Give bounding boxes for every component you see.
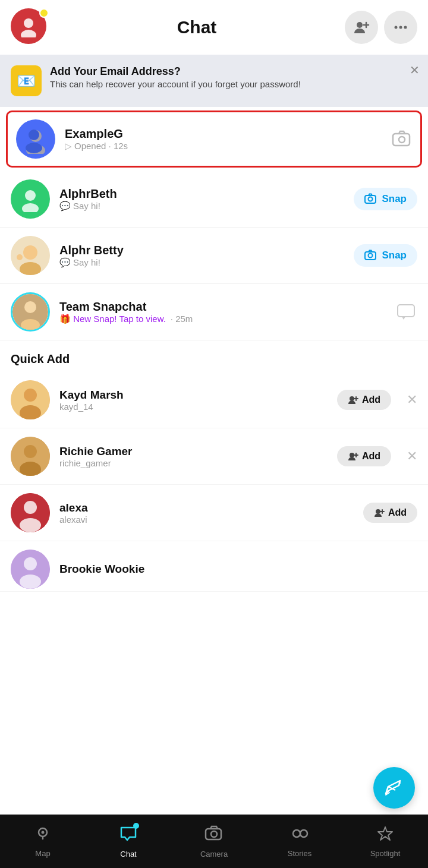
svg-point-47: [24, 557, 37, 570]
teamsnapchat-chat-icon: [396, 301, 417, 323]
exampleg-status: ▷ Opened · 12s: [65, 141, 382, 151]
alphrbeth-snap[interactable]: Snap: [354, 188, 417, 210]
add-friend-small-icon-3: [374, 507, 385, 518]
svg-point-1: [21, 30, 36, 37]
richie-avatar: [11, 437, 50, 476]
svg-rect-51: [206, 829, 221, 839]
teamsnapchat-name: Team Snapchat: [59, 300, 386, 314]
profile-avatar[interactable]: [11, 8, 49, 46]
richie-name: Richie Gamer: [59, 445, 328, 458]
avatar-icon: [17, 15, 40, 37]
camera-nav-icon: [204, 824, 224, 847]
snap-button-alphrbeth[interactable]: Snap: [354, 188, 417, 210]
exampleg-info: ExampleG ▷ Opened · 12s: [65, 127, 382, 151]
exampleg-name: ExampleG: [65, 127, 382, 141]
stories-nav-icon: [289, 825, 310, 847]
alexa-avatar-icon: [11, 493, 50, 532]
svg-point-0: [24, 18, 33, 28]
nav-item-camera[interactable]: Camera: [184, 824, 244, 858]
kayd-avatar-icon: [11, 380, 50, 419]
alexa-avatar: [11, 493, 50, 532]
chat-item-teamsnapchat[interactable]: Team Snapchat 🎁 New Snap! Tap to view. ·…: [0, 284, 428, 340]
kayd-avatar: [11, 380, 50, 419]
page-title: Chat: [177, 17, 217, 37]
svg-rect-27: [398, 305, 414, 317]
alphrbetty-avatar-icon: [11, 236, 50, 275]
alphrbetty-name: Alphr Betty: [59, 244, 344, 257]
kayd-name: Kayd Marsh: [59, 389, 328, 402]
svg-point-23: [369, 254, 373, 258]
chat-icon: 💬: [59, 201, 71, 212]
email-banner-body: This can help recover your account if yo…: [50, 78, 301, 90]
chat-item-alphrbeth[interactable]: AlphrBeth 💬 Say hi! Snap: [0, 171, 428, 228]
exampleg-camera[interactable]: [392, 129, 412, 149]
header: Chat: [0, 0, 428, 55]
email-banner-close[interactable]: ✕: [410, 63, 420, 77]
status-dot: [39, 8, 49, 18]
more-icon: [393, 20, 408, 35]
svg-point-17: [369, 197, 373, 201]
svg-point-21: [17, 254, 23, 260]
more-options-button[interactable]: [384, 11, 417, 44]
nav-item-map[interactable]: Map: [13, 825, 73, 858]
dismiss-kayd-button[interactable]: ✕: [407, 392, 417, 408]
add-friend-icon: [353, 19, 370, 36]
add-richie-button[interactable]: Add: [337, 446, 391, 466]
chat-nav-icon: [119, 824, 138, 847]
dismiss-richie-button[interactable]: ✕: [407, 449, 417, 464]
map-icon: [34, 825, 52, 847]
alphrbeth-avatar-icon: [17, 186, 43, 212]
quick-add-header: Quick Add: [0, 340, 428, 372]
header-actions: [345, 11, 417, 44]
chat-item-alphrbetty[interactable]: Alphr Betty 💬 Say hi! Snap: [0, 228, 428, 284]
alphrbeth-status: 💬 Say hi!: [59, 201, 344, 212]
exampleg-avatar: [16, 119, 55, 159]
nav-spotlight-label: Spotlight: [370, 849, 401, 858]
camera-icon: [392, 129, 412, 149]
compose-icon: [383, 777, 405, 798]
alphrbetty-info: Alphr Betty 💬 Say hi!: [59, 244, 344, 268]
quick-add-richie: Richie Gamer richie_gamer Add ✕: [0, 428, 428, 485]
nav-map-label: Map: [35, 849, 50, 858]
brookie-info: Brookie Wookie: [59, 563, 417, 576]
compose-fab[interactable]: [373, 767, 415, 809]
brookie-avatar: [11, 550, 50, 589]
quick-add-kayd: Kayd Marsh kayd_14 Add ✕: [0, 372, 428, 428]
nav-stories-label: Stories: [288, 849, 311, 858]
richie-username: richie_gamer: [59, 458, 328, 468]
svg-point-35: [24, 445, 37, 458]
nav-item-chat[interactable]: Chat: [99, 824, 158, 858]
richie-avatar-icon: [11, 437, 50, 476]
alphrbetty-avatar: [11, 236, 50, 275]
svg-point-10: [29, 130, 39, 140]
alphrbeth-avatar: [11, 179, 50, 219]
brookie-name: Brookie Wookie: [59, 563, 417, 576]
snap-button-alphrbetty[interactable]: Snap: [354, 244, 417, 267]
opened-arrow: ▷: [65, 141, 72, 151]
quick-add-alexa: alexa alexavi Add: [0, 485, 428, 541]
svg-point-5: [394, 26, 397, 29]
svg-point-48: [20, 575, 41, 589]
chat-item-exampleg[interactable]: ExampleG ▷ Opened · 12s: [6, 111, 422, 168]
svg-point-52: [211, 831, 217, 837]
nav-item-stories[interactable]: Stories: [270, 825, 329, 858]
svg-point-19: [23, 245, 37, 260]
svg-point-43: [376, 509, 380, 514]
svg-point-7: [404, 26, 407, 29]
alphrbetty-snap[interactable]: Snap: [354, 244, 417, 267]
alexa-username: alexavi: [59, 515, 354, 525]
svg-point-25: [24, 301, 36, 313]
snap-camera-icon-2: [364, 249, 377, 262]
add-alexa-button[interactable]: Add: [363, 503, 417, 523]
svg-point-13: [399, 137, 405, 143]
spotlight-nav-icon: [377, 825, 394, 847]
quick-add-brookie: Brookie Wookie: [0, 541, 428, 592]
nav-item-spotlight[interactable]: Spotlight: [355, 825, 415, 858]
add-kayd-button[interactable]: Add: [337, 390, 391, 410]
email-banner-title: Add Your Email Address?: [50, 65, 301, 78]
svg-point-41: [24, 501, 37, 514]
add-friend-button[interactable]: [345, 11, 378, 44]
teamsnapchat-info: Team Snapchat 🎁 New Snap! Tap to view. ·…: [59, 300, 386, 324]
snap-camera-icon: [364, 192, 377, 206]
teamsnapchat-avatar-img: [12, 294, 48, 330]
